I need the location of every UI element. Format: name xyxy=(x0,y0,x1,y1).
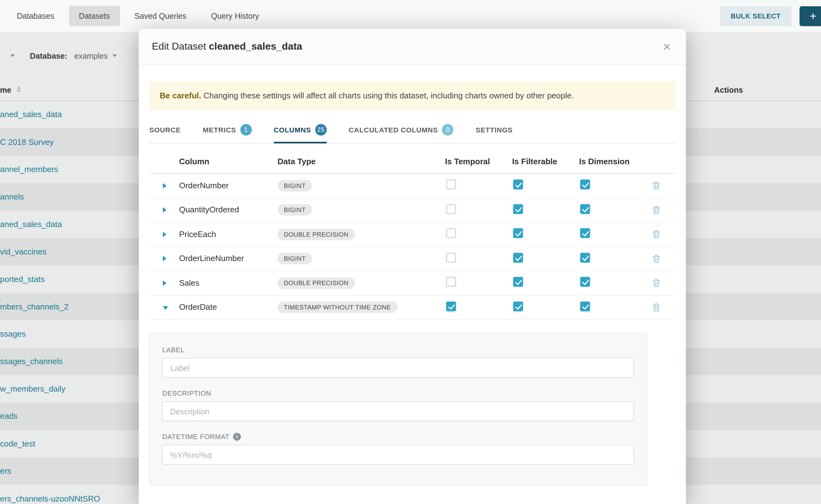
is-temporal-checkbox[interactable] xyxy=(446,180,456,190)
data-type-header: Data Type xyxy=(277,157,445,166)
is-filterable-header: Is Filterable xyxy=(512,157,579,166)
is-filterable-checkbox[interactable] xyxy=(513,253,523,263)
datetime-format-input[interactable] xyxy=(162,445,634,465)
expand-caret-icon[interactable] xyxy=(163,207,166,213)
tab-settings-label: SETTINGS xyxy=(476,126,513,134)
tab-calculated-columns[interactable]: CALCULATED COLUMNS 0 xyxy=(349,118,454,143)
is-dimension-checkbox[interactable] xyxy=(580,301,590,311)
modal-header: Edit Dataset cleaned_sales_data × xyxy=(139,29,686,65)
screen: Databases Datasets Saved Queries Query H… xyxy=(0,0,821,504)
warning-bold-text: Be careful. xyxy=(160,91,201,100)
calculated-columns-count-badge: 0 xyxy=(442,124,454,136)
delete-icon[interactable] xyxy=(652,279,660,287)
data-type-pill: DOUBLE PRECISION xyxy=(277,229,354,240)
column-row: OrderLineNumber BIGINT xyxy=(149,247,675,271)
warning-text: Changing these settings will affect all … xyxy=(203,91,574,100)
tab-source-label: SOURCE xyxy=(149,126,181,134)
collapse-caret-icon[interactable] xyxy=(163,306,168,310)
column-name: QuantityOrdered xyxy=(179,205,277,215)
is-filterable-checkbox[interactable] xyxy=(513,277,523,287)
nav-tabs: Databases Datasets Saved Queries Query H… xyxy=(7,6,274,26)
is-temporal-checkbox[interactable] xyxy=(446,228,456,238)
columns-table-header: Column Data Type Is Temporal Is Filterab… xyxy=(149,157,675,174)
columns-count-badge: 25 xyxy=(315,124,327,136)
is-dimension-header: Is Dimension xyxy=(579,157,653,166)
modal-title-dataset-name: cleaned_sales_data xyxy=(209,41,302,52)
description-field-label-text: DESCRIPTION xyxy=(162,389,211,397)
column-name: Sales xyxy=(179,278,277,288)
edit-dataset-modal: Edit Dataset cleaned_sales_data × Be car… xyxy=(139,29,686,504)
column-row: OrderNumber BIGINT xyxy=(149,174,675,198)
column-name: OrderDate xyxy=(179,303,277,312)
delete-icon[interactable] xyxy=(652,205,660,214)
data-type-pill: BIGINT xyxy=(277,204,312,216)
is-dimension-checkbox[interactable] xyxy=(580,180,590,190)
expand-caret-icon[interactable] xyxy=(163,183,166,188)
expand-caret-icon[interactable] xyxy=(163,280,166,286)
tab-metrics[interactable]: METRICS 1 xyxy=(203,118,252,143)
metrics-count-badge: 1 xyxy=(240,124,252,136)
nav-item-databases[interactable]: Databases xyxy=(7,6,64,26)
info-icon: i xyxy=(233,433,241,441)
column-row: OrderDate TIMESTAMP WITHOUT TIME ZONE xyxy=(149,295,675,320)
tab-settings[interactable]: SETTINGS xyxy=(476,118,513,143)
is-temporal-checkbox[interactable] xyxy=(446,253,456,263)
label-input[interactable] xyxy=(162,358,634,378)
nav-actions: BULK SELECT + xyxy=(720,6,821,26)
column-detail-panel: LABEL DESCRIPTION DATETIME FORMAT i xyxy=(149,333,647,486)
is-temporal-header: Is Temporal xyxy=(445,157,512,166)
is-dimension-checkbox[interactable] xyxy=(580,253,590,263)
tab-metrics-label: METRICS xyxy=(203,126,236,134)
label-field-label-text: LABEL xyxy=(162,346,185,354)
is-dimension-checkbox[interactable] xyxy=(580,228,590,238)
delete-icon[interactable] xyxy=(652,230,660,239)
is-temporal-checkbox[interactable] xyxy=(446,277,456,287)
is-filterable-checkbox[interactable] xyxy=(513,180,523,190)
data-type-pill: DOUBLE PRECISION xyxy=(277,277,354,289)
data-type-pill: TIMESTAMP WITHOUT TIME ZONE xyxy=(277,302,397,313)
bulk-select-button[interactable]: BULK SELECT xyxy=(720,6,792,26)
modal-tabs: SOURCE METRICS 1 COLUMNS 25 CALCULATED C… xyxy=(149,118,675,143)
datetime-format-field-label: DATETIME FORMAT i xyxy=(162,433,634,441)
top-navbar: Databases Datasets Saved Queries Query H… xyxy=(0,0,821,32)
is-filterable-checkbox[interactable] xyxy=(513,301,523,311)
description-input[interactable] xyxy=(162,401,634,421)
nav-item-datasets[interactable]: Datasets xyxy=(69,6,120,26)
column-row: PriceEach DOUBLE PRECISION xyxy=(149,222,675,247)
delete-icon[interactable] xyxy=(652,254,660,263)
modal-title-prefix: Edit Dataset xyxy=(152,41,206,52)
warning-banner: Be careful. Changing these settings will… xyxy=(149,81,675,111)
is-dimension-checkbox[interactable] xyxy=(580,204,590,214)
expand-caret-icon[interactable] xyxy=(163,256,166,261)
data-type-pill: BIGINT xyxy=(277,180,312,191)
column-name: OrderNumber xyxy=(179,181,277,190)
data-type-pill: BIGINT xyxy=(277,253,312,264)
datetime-format-label-text: DATETIME FORMAT xyxy=(162,433,230,441)
delete-icon[interactable] xyxy=(652,303,660,312)
tab-columns-label: COLUMNS xyxy=(274,126,311,134)
column-name: PriceEach xyxy=(179,230,277,239)
expand-caret-icon[interactable] xyxy=(163,232,166,237)
column-row: Sales DOUBLE PRECISION xyxy=(149,271,675,295)
column-name: OrderLineNumber xyxy=(179,254,277,263)
columns-table: Column Data Type Is Temporal Is Filterab… xyxy=(149,157,675,320)
column-row: QuantityOrdered BIGINT xyxy=(149,198,675,222)
add-dataset-button[interactable]: + xyxy=(799,6,821,26)
label-field-label: LABEL xyxy=(162,346,634,354)
delete-icon[interactable] xyxy=(652,181,660,190)
description-field-label: DESCRIPTION xyxy=(162,389,634,397)
close-icon[interactable]: × xyxy=(661,38,673,55)
column-header: Column xyxy=(179,157,277,166)
tab-source[interactable]: SOURCE xyxy=(149,118,181,143)
nav-item-query-history[interactable]: Query History xyxy=(201,6,269,26)
is-filterable-checkbox[interactable] xyxy=(513,204,523,214)
is-filterable-checkbox[interactable] xyxy=(513,228,523,238)
is-dimension-checkbox[interactable] xyxy=(580,277,590,287)
is-temporal-checkbox[interactable] xyxy=(446,301,456,311)
modal-title: Edit Dataset cleaned_sales_data xyxy=(152,41,302,52)
nav-item-saved-queries[interactable]: Saved Queries xyxy=(125,6,196,26)
tab-calculated-columns-label: CALCULATED COLUMNS xyxy=(349,126,438,134)
tab-columns[interactable]: COLUMNS 25 xyxy=(274,118,327,143)
is-temporal-checkbox[interactable] xyxy=(446,204,456,214)
